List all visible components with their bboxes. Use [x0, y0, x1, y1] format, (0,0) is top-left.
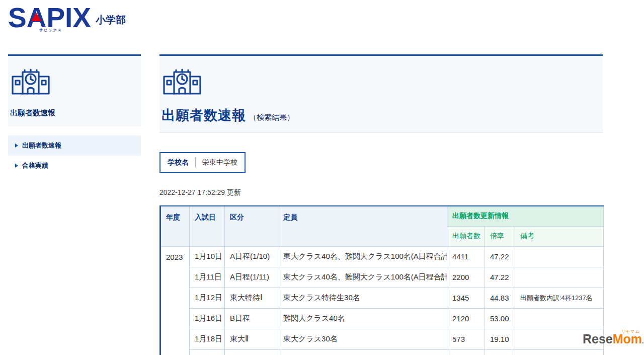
sapix-logo[interactable]: SAPIX サピックス 小学部 — [8, 4, 91, 32]
cell-date: 1月16日 — [190, 308, 225, 329]
col-header-note: 備考 — [515, 226, 604, 246]
cell-ratio: 44.83 — [485, 288, 515, 308]
separator-line — [195, 158, 196, 168]
cell-ratio — [485, 349, 515, 355]
table-body: 20231月10日A日程(1/10)東大クラス40名、難関大クラス100名(A日… — [160, 246, 604, 355]
cell-note — [515, 267, 604, 288]
page-title-suffix: （検索結果） — [249, 113, 294, 122]
col-header-capacity: 定員 — [278, 206, 447, 246]
col-header-ratio: 倍率 — [485, 226, 515, 246]
cell-ratio: 53.00 — [485, 308, 515, 329]
table-row-partial — [160, 349, 604, 355]
cell-date: 1月10日 — [190, 246, 225, 267]
cell-category: A日程(1/10) — [225, 246, 278, 267]
col-header-update-group: 出願者数更新情報 — [447, 206, 604, 226]
cell-category: 東大Ⅱ — [225, 329, 278, 349]
col-header-category: 区分 — [225, 206, 278, 246]
school-label: 学校名 — [168, 158, 189, 167]
cell-ratio: 47.22 — [485, 246, 515, 267]
sidebar-item-label: 合格実績 — [22, 161, 48, 170]
school-name-box: 学校名 栄東中学校 — [159, 152, 246, 173]
watermark-katakana: リセマム — [621, 329, 640, 334]
logo-katakana-label: サピックス — [39, 28, 62, 32]
page: SAPIX サピックス 小学部 出願者数速報 — [0, 0, 644, 355]
page-title-row: 出願者数速報 （検索結果） — [162, 106, 603, 124]
school-building-icon — [162, 66, 203, 95]
sapix-logo-text: SAPIX サピックス — [8, 4, 91, 32]
cell-capacity: 東大クラス40名、難関大クラス100名(A日程合計) — [278, 246, 447, 267]
col-header-applicants: 出願者数 — [447, 226, 485, 246]
table-head: 年度 入試日 区分 定員 出願者数更新情報 出願者数 倍率 備考 — [160, 206, 604, 246]
cell-category: 東大特待Ⅰ — [225, 288, 278, 308]
school-name: 栄東中学校 — [202, 158, 237, 167]
cell-note — [515, 246, 604, 267]
cell-ratio: 19.10 — [485, 329, 515, 349]
cell-year: 2023 — [160, 246, 190, 355]
cell-date — [190, 349, 225, 355]
table-row: 1月16日B日程難関大クラス40名212053.00 — [160, 308, 604, 329]
cell-date: 1月18日 — [190, 329, 225, 349]
cell-note: 出願者数内訳:4科1237名 — [515, 288, 604, 308]
sidebar-item-label: 出願者数速報 — [22, 141, 61, 150]
col-header-exam-date: 入試日 — [190, 206, 225, 246]
cell-date: 1月11日 — [190, 267, 225, 288]
main-header: 出願者数速報 （検索結果） — [159, 56, 603, 133]
cell-applicants: 1345 — [447, 288, 485, 308]
cell-category: A日程(1/11) — [225, 267, 278, 288]
col-header-year: 年度 — [160, 206, 190, 246]
table-row: 1月11日A日程(1/11)東大クラス40名、難関大クラス100名(A日程合計)… — [160, 267, 604, 288]
cell-category: B日程 — [225, 308, 278, 329]
sidebar-item-pass-results[interactable]: 合格実績 — [8, 156, 141, 176]
sidebar-header: 出願者数速報 — [8, 56, 141, 125]
sidebar-menu: 出願者数速報 合格実績 — [8, 135, 141, 176]
sidebar-item-applicant-report[interactable]: 出願者数速報 — [8, 135, 141, 156]
cell-category — [225, 349, 278, 355]
table-row: 1月18日東大Ⅱ東大クラス30名57319.10 — [160, 329, 604, 349]
cell-date: 1月12日 — [190, 288, 225, 308]
logo-red-triangle-icon — [31, 13, 41, 21]
resemom-watermark: ReseMom. リセマム — [583, 331, 644, 346]
triangle-right-icon — [15, 164, 18, 168]
watermark-dot: . — [642, 337, 644, 345]
cell-applicants: 573 — [447, 329, 485, 349]
division-label: 小学部 — [96, 13, 126, 27]
sidebar: 出願者数速報 出願者数速報 合格実績 — [8, 54, 141, 176]
cell-capacity: 東大クラス30名 — [278, 329, 447, 349]
table-row: 1月12日東大特待Ⅰ東大クラス特待生30名134544.83出願者数内訳:4科1… — [160, 288, 604, 308]
school-building-icon — [10, 66, 51, 95]
main-content: 出願者数速報 （検索結果） 学校名 栄東中学校 2022-12-27 17:52… — [159, 54, 603, 355]
cell-note — [515, 308, 604, 329]
applicants-table: 年度 入試日 区分 定員 出願者数更新情報 出願者数 倍率 備考 20231月1… — [159, 205, 604, 355]
cell-ratio: 47.22 — [485, 267, 515, 288]
cell-capacity: 東大クラス40名、難関大クラス100名(A日程合計) — [278, 267, 447, 288]
table-row: 20231月10日A日程(1/10)東大クラス40名、難関大クラス100名(A日… — [160, 246, 604, 267]
cell-applicants: 2120 — [447, 308, 485, 329]
updated-timestamp: 2022-12-27 17:52:29 更新 — [159, 188, 603, 197]
cell-applicants: 4411 — [447, 246, 485, 267]
triangle-right-icon — [15, 144, 18, 148]
cell-capacity: 難関大クラス40名 — [278, 308, 447, 329]
cell-applicants: 2200 — [447, 267, 485, 288]
cell-capacity — [278, 349, 447, 355]
cell-applicants — [447, 349, 485, 355]
sidebar-title: 出願者数速報 — [10, 108, 141, 118]
cell-capacity: 東大クラス特待生30名 — [278, 288, 447, 308]
page-title: 出願者数速報 — [162, 106, 246, 124]
cell-note — [515, 349, 604, 355]
watermark-rese: Rese — [583, 332, 613, 346]
